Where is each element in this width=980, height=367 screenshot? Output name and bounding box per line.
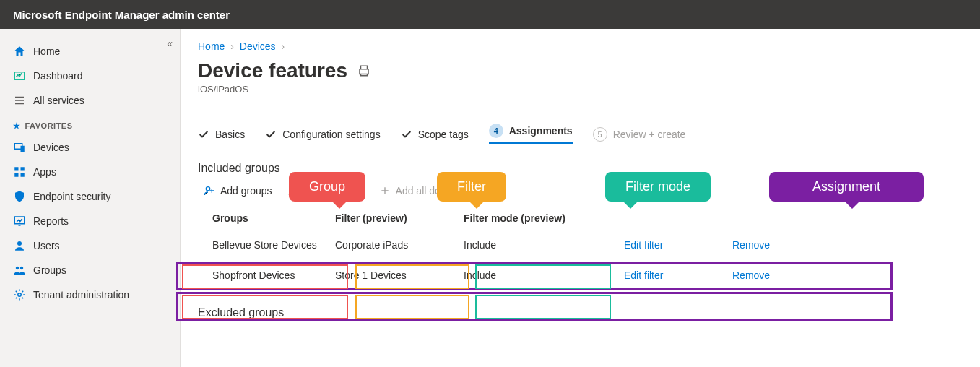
annotation-filter-mode: Filter mode — [605, 172, 711, 202]
add-user-icon — [204, 185, 215, 197]
cell-group: Bellevue Store Devices — [198, 239, 335, 251]
annotation-filter: Filter — [437, 172, 506, 202]
apps-icon — [13, 165, 26, 178]
gear-icon — [13, 288, 26, 301]
favorites-header: ★FAVORITES — [0, 113, 180, 135]
breadcrumb-home[interactable]: Home — [198, 40, 225, 52]
svg-point-9 — [16, 267, 19, 270]
sidebar-item-endpoint-security[interactable]: Endpoint security — [0, 184, 180, 209]
breadcrumb: Home › Devices › — [198, 38, 963, 59]
sidebar-item-label: Reports — [33, 215, 69, 227]
annotation-group: Group — [289, 172, 365, 202]
highlight-filter-cell — [355, 264, 469, 289]
check-icon — [401, 129, 412, 140]
star-icon: ★ — [13, 121, 21, 130]
cell-filter: Corporate iPads — [335, 239, 451, 251]
step-basics[interactable]: Basics — [198, 129, 245, 140]
svg-rect-2 — [21, 146, 25, 152]
check-icon — [198, 129, 209, 140]
step-scope[interactable]: Scope tags — [401, 129, 469, 140]
table-row: Bellevue Store Devices Corporate iPads I… — [198, 230, 963, 260]
sidebar-item-label: Home — [33, 46, 60, 57]
step-assignments[interactable]: 4 Assignments — [489, 124, 573, 144]
sidebar-item-label: Dashboard — [33, 70, 83, 82]
list-icon — [13, 94, 26, 107]
breadcrumb-devices[interactable]: Devices — [240, 40, 276, 52]
dashboard-icon — [13, 69, 26, 82]
top-bar: Microsoft Endpoint Manager admin center — [0, 0, 980, 29]
step-review[interactable]: 5 Review + create — [593, 127, 686, 142]
sidebar-item-apps[interactable]: Apps — [0, 160, 180, 184]
svg-point-11 — [18, 293, 22, 297]
step-number: 5 — [593, 127, 607, 142]
page-subtitle: iOS/iPadOS — [198, 84, 963, 95]
sidebar-item-home[interactable]: Home — [0, 39, 180, 64]
remove-link[interactable]: Remove — [732, 239, 848, 251]
svg-rect-6 — [21, 173, 25, 177]
highlight-filter-cell — [355, 295, 469, 319]
svg-point-12 — [206, 187, 209, 191]
step-number: 4 — [489, 124, 503, 138]
page-title: Device features — [198, 59, 347, 82]
highlight-group-cell — [182, 295, 348, 319]
sidebar-item-users[interactable]: Users — [0, 233, 180, 258]
sidebar-item-label: Endpoint security — [33, 191, 110, 202]
wizard-steps: Basics Configuration settings Scope tags… — [198, 124, 963, 144]
collapse-sidebar-icon[interactable]: « — [167, 38, 173, 49]
annotation-assignment: Assignment — [769, 172, 924, 202]
sidebar-item-tenant-administration[interactable]: Tenant administration — [0, 282, 180, 307]
highlight-mode-cell — [475, 295, 611, 319]
sidebar-item-label: Devices — [33, 142, 69, 153]
sidebar-item-groups[interactable]: Groups — [0, 258, 180, 282]
print-icon[interactable] — [357, 64, 370, 77]
edit-filter-link[interactable]: Edit filter — [595, 239, 732, 251]
sidebar-item-label: Users — [33, 240, 60, 251]
highlight-group-cell — [182, 264, 348, 289]
sidebar-item-dashboard[interactable]: Dashboard — [0, 64, 180, 88]
app-title: Microsoft Endpoint Manager admin center — [13, 9, 230, 21]
step-config[interactable]: Configuration settings — [265, 129, 380, 140]
add-groups-button[interactable]: Add groups — [204, 185, 272, 197]
plus-icon — [379, 185, 391, 197]
home-icon — [13, 45, 26, 58]
sidebar-item-label: Tenant administration — [33, 289, 129, 301]
sidebar-item-reports[interactable]: Reports — [0, 209, 180, 233]
sidebar-item-label: Groups — [33, 264, 66, 276]
devices-icon — [13, 141, 26, 154]
svg-point-8 — [17, 241, 22, 246]
highlight-mode-cell — [475, 264, 611, 289]
col-header-filter: Filter (preview) — [335, 212, 451, 224]
chevron-right-icon: › — [230, 40, 234, 52]
check-icon — [265, 129, 277, 140]
svg-point-10 — [20, 267, 24, 270]
sidebar-item-label: All services — [33, 95, 84, 106]
svg-rect-3 — [14, 167, 18, 170]
sidebar-item-all-services[interactable]: All services — [0, 88, 180, 113]
shield-icon — [13, 190, 26, 203]
svg-rect-4 — [21, 167, 25, 170]
reports-icon — [13, 215, 26, 228]
svg-rect-5 — [14, 173, 18, 177]
sidebar-item-devices[interactable]: Devices — [0, 135, 180, 160]
user-icon — [13, 239, 26, 252]
col-header-groups: Groups — [198, 212, 335, 224]
groups-icon — [13, 264, 26, 277]
sidebar: « Home Dashboard All services ★FAVORITES — [0, 29, 181, 367]
chevron-right-icon: › — [282, 40, 285, 52]
sidebar-item-label: Apps — [33, 166, 56, 178]
cell-mode: Include — [451, 239, 595, 251]
